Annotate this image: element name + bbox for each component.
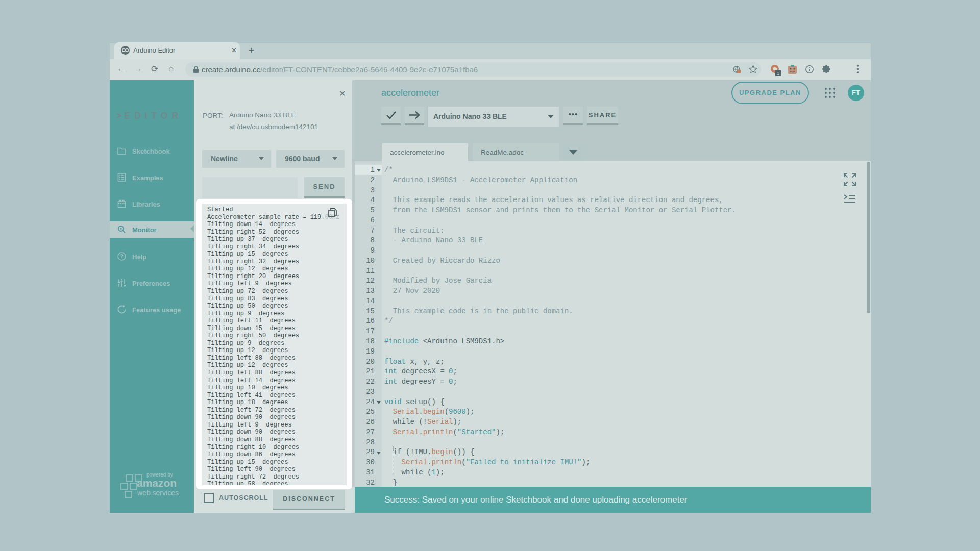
svg-text:1: 1 xyxy=(777,71,779,76)
svg-text:?: ? xyxy=(120,254,123,259)
